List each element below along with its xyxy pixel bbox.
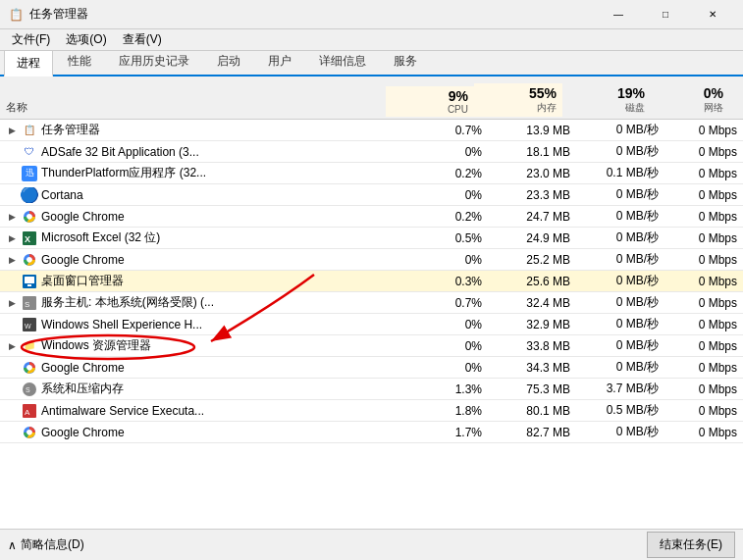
net-value: 0 Mbps	[664, 382, 743, 396]
tab-performance[interactable]: 性能	[55, 48, 104, 75]
mem-value: 24.7 MB	[488, 210, 576, 224]
process-name: Antimalware Service Executa...	[41, 404, 204, 418]
process-name-cell: ▶ 桌面窗口管理器	[0, 273, 399, 289]
expand-arrow-icon[interactable]: ▶	[6, 254, 18, 266]
process-icon: S	[22, 295, 37, 311]
cpu-value: 0.2%	[399, 167, 488, 180]
svg-rect-8	[27, 284, 31, 286]
mem-value: 32.9 MB	[488, 318, 576, 331]
main-content: 名称 9% CPU 55% 内存 19% 磁盘 0% 网络	[0, 76, 743, 529]
close-button[interactable]: ✕	[690, 0, 735, 29]
tab-services[interactable]: 服务	[381, 48, 430, 75]
process-name: 任务管理器	[41, 122, 100, 138]
collapse-icon: ∧	[8, 538, 17, 552]
table-row[interactable]: ▶ Google Chrome 0% 25.2 MB 0 MB/秒	[0, 249, 743, 271]
table-row[interactable]: ▶ Google Chrome 0.2% 24.7 MB 0 MB/	[0, 206, 743, 228]
table-row[interactable]: ▶ 📁 Windows 资源管理器 0% 33.8 MB 0 MB/秒 0 Mb…	[0, 335, 743, 357]
menu-options[interactable]: 选项(O)	[58, 29, 114, 50]
net-value: 0 Mbps	[664, 275, 743, 288]
process-icon	[22, 209, 37, 225]
table-row[interactable]: ▶ S 服务主机: 本地系统(网络受限) (... 0.7% 32.4 MB 0…	[0, 292, 743, 314]
col-cpu[interactable]: 9% CPU	[386, 86, 474, 117]
table-row[interactable]: ▶ A Antimalware Service Executa... 1.8% …	[0, 400, 743, 422]
svg-rect-7	[25, 277, 34, 283]
process-name-cell: ▶ Google Chrome	[0, 425, 399, 440]
net-value: 0 Mbps	[664, 167, 743, 180]
cpu-value: 0%	[399, 318, 488, 331]
process-icon	[22, 425, 37, 440]
cpu-value: 0%	[399, 188, 488, 202]
disk-value: 0 MB/秒	[576, 143, 664, 160]
expand-arrow-icon[interactable]: ▶	[6, 232, 18, 244]
cpu-value: 0.7%	[399, 296, 488, 310]
process-name-cell: ▶ Google Chrome	[0, 209, 399, 225]
cpu-value: 0%	[399, 339, 488, 353]
table-row[interactable]: ▶ W Windows Shell Experience H... 0% 32.…	[0, 314, 743, 335]
expand-arrow-icon[interactable]: ▶	[6, 125, 18, 136]
process-name-cell: ▶ 📁 Windows 资源管理器	[0, 337, 399, 354]
table-row[interactable]: ▶ Google Chrome 1.7% 82.7 MB 0 MB/	[0, 422, 743, 443]
col-net[interactable]: 0% 网络	[651, 83, 729, 117]
status-label[interactable]: 简略信息(D)	[21, 536, 84, 553]
mem-value: 23.0 MB	[488, 167, 576, 180]
process-icon: 📋	[22, 123, 37, 138]
net-value: 0 Mbps	[664, 124, 743, 137]
table-row[interactable]: ▶ Google Chrome 0% 34.3 MB 0 MB/秒	[0, 357, 743, 379]
cpu-value: 0%	[399, 145, 488, 159]
disk-value: 0 MB/秒	[576, 229, 664, 246]
minimize-button[interactable]: —	[596, 0, 641, 29]
svg-text:W: W	[25, 323, 31, 330]
cpu-value: 0%	[399, 361, 488, 375]
net-value: 0 Mbps	[664, 361, 743, 375]
mem-value: 13.9 MB	[488, 124, 576, 137]
tab-details[interactable]: 详细信息	[306, 48, 379, 75]
net-value: 0 Mbps	[664, 210, 743, 224]
process-name: Microsoft Excel (32 位)	[41, 229, 160, 246]
net-value: 0 Mbps	[664, 145, 743, 159]
table-row[interactable]: ▶ 迅 ThunderPlatform应用程序 (32... 0.2% 23.0…	[0, 163, 743, 184]
expand-arrow-icon[interactable]: ▶	[6, 297, 18, 309]
disk-value: 0.1 MB/秒	[576, 165, 664, 181]
process-icon: 🔵	[22, 187, 37, 203]
process-name-cell: ▶ 迅 ThunderPlatform应用程序 (32...	[0, 165, 399, 181]
process-name-cell: ▶ S 系统和压缩内存	[0, 381, 399, 397]
cpu-value: 1.3%	[399, 382, 488, 396]
svg-text:A: A	[25, 408, 30, 417]
cpu-value: 0.5%	[399, 231, 488, 245]
title-text: 任务管理器	[29, 6, 596, 23]
mem-value: 82.7 MB	[488, 426, 576, 439]
col-disk[interactable]: 19% 磁盘	[562, 83, 651, 117]
table-row[interactable]: ▶ S 系统和压缩内存 1.3% 75.3 MB 3.7 MB/秒 0 Mbps	[0, 379, 743, 400]
col-name[interactable]: 名称	[0, 98, 386, 117]
expand-arrow-icon[interactable]: ▶	[6, 340, 18, 352]
tab-startup[interactable]: 启动	[204, 48, 253, 75]
disk-value: 0 MB/秒	[576, 294, 664, 311]
tab-apphistory[interactable]: 应用历史记录	[106, 48, 202, 75]
table-row-desktop-window-manager[interactable]: ▶ 桌面窗口管理器 0.3% 25.6 MB 0 MB/秒 0 Mbps	[0, 271, 743, 292]
tab-users[interactable]: 用户	[255, 48, 304, 75]
menu-view[interactable]: 查看(V)	[115, 29, 170, 50]
net-value: 0 Mbps	[664, 296, 743, 310]
mem-value: 80.1 MB	[488, 404, 576, 418]
table-row[interactable]: ▶ 🔵 Cortana 0% 23.3 MB 0 MB/秒 0 Mbps	[0, 184, 743, 206]
app-window: 📋 任务管理器 — □ ✕ 文件(F) 选项(O) 查看(V) 进程 性能 应用…	[0, 0, 743, 560]
maximize-button[interactable]: □	[643, 0, 688, 29]
process-name: ThunderPlatform应用程序 (32...	[41, 165, 206, 181]
cpu-value: 1.7%	[399, 426, 488, 439]
cpu-value: 0.2%	[399, 210, 488, 224]
process-icon	[22, 274, 37, 289]
svg-text:X: X	[25, 234, 30, 244]
table-row[interactable]: ▶ 🛡 ADSafe 32 Bit Application (3... 0% 1…	[0, 141, 743, 163]
net-value: 0 Mbps	[664, 404, 743, 418]
col-mem[interactable]: 55% 内存	[474, 83, 562, 117]
table-row[interactable]: ▶ X Microsoft Excel (32 位) 0.5% 24.9 MB …	[0, 228, 743, 249]
mem-value: 23.3 MB	[488, 188, 576, 202]
process-table-body[interactable]: ▶ 📋 任务管理器 0.7% 13.9 MB 0 MB/秒 0 Mbps ▶ 🛡…	[0, 120, 743, 529]
tab-process[interactable]: 进程	[4, 50, 53, 76]
expand-arrow-icon[interactable]: ▶	[6, 211, 18, 223]
menu-file[interactable]: 文件(F)	[4, 29, 58, 50]
process-name: Google Chrome	[41, 210, 125, 224]
end-task-button[interactable]: 结束任务(E)	[647, 532, 735, 558]
table-row[interactable]: ▶ 📋 任务管理器 0.7% 13.9 MB 0 MB/秒 0 Mbps	[0, 120, 743, 141]
disk-value: 0 MB/秒	[576, 208, 664, 225]
